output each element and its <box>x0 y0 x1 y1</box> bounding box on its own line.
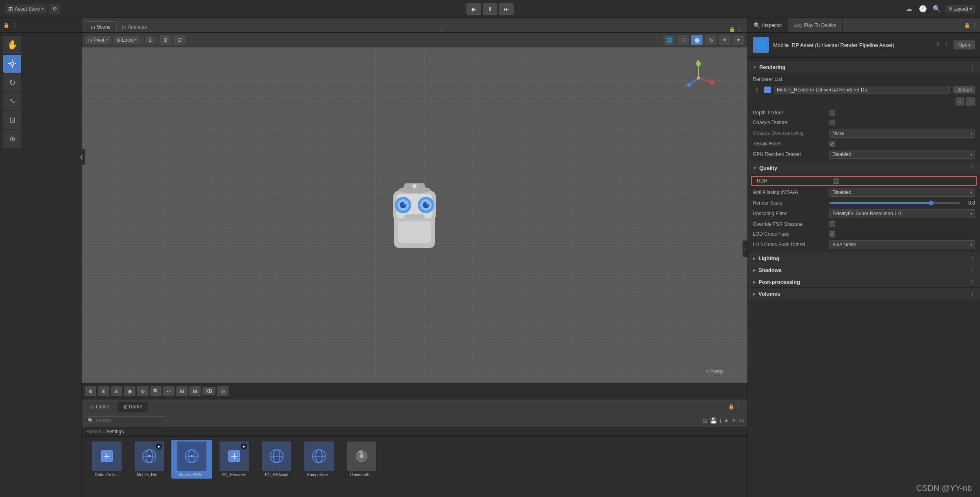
quality-more-icon[interactable]: ⋮ <box>969 165 975 171</box>
more-options-icon[interactable]: ⋮ <box>12 22 18 29</box>
sphere-bottom-button[interactable]: ◉ <box>124 386 135 396</box>
quality-section-header[interactable]: ▼ Quality ⋮ <box>748 162 980 174</box>
play-to-device-tab[interactable]: ◎◎ Play To Device <box>788 18 842 32</box>
expand-right-arrow[interactable]: › <box>743 241 747 257</box>
star-icon[interactable]: ★ <box>724 417 729 424</box>
cube-bottom-button[interactable]: ⊞ <box>189 386 201 396</box>
help-icon[interactable]: ? <box>936 42 940 48</box>
gear-button[interactable]: ⚙ <box>49 4 60 14</box>
cloud-icon[interactable]: ☁ <box>904 4 914 14</box>
nav-bottom-button[interactable]: ◎ <box>217 386 228 396</box>
asset-item[interactable]: Mobile_RPA... <box>171 440 212 479</box>
collapse-left-arrow[interactable]: ❮ <box>78 149 85 165</box>
opaque-texture-checkbox[interactable] <box>829 120 835 125</box>
scene-view[interactable]: y x z <box>82 47 747 383</box>
search-box[interactable]: 🔍 <box>85 416 166 425</box>
terrain-holes-checkbox[interactable] <box>829 141 835 147</box>
asset-item[interactable]: ▶PC_Renderer <box>214 440 255 479</box>
arrows-bottom-button[interactable]: ⇔ <box>163 386 175 396</box>
post-processing-section-header[interactable]: ▶ Post-processing ⋮ <box>748 276 980 288</box>
more-bottom-icon[interactable]: ⋮ <box>736 404 741 410</box>
move-tool-button[interactable] <box>3 55 21 73</box>
pivot-button[interactable]: ◻ Pivot ▾ <box>85 36 111 44</box>
asset-item[interactable]: ▶Mobile_Ren... <box>129 440 170 479</box>
lod-cross-fade-checkbox[interactable] <box>829 231 835 237</box>
move-bottom-button[interactable]: ⊕ <box>85 386 96 396</box>
svg-point-42 <box>191 455 193 457</box>
inspector-tab[interactable]: 🔍 Inspector <box>748 18 788 32</box>
lighting-section-header[interactable]: ▶ Lighting ⋮ <box>748 252 980 264</box>
search-input[interactable] <box>95 418 164 423</box>
layout-button[interactable]: ⊞ Layout ▾ <box>945 5 975 13</box>
animator-tab[interactable]: ▷ Animator <box>117 22 153 32</box>
more-right-icon[interactable]: ⋮ <box>972 22 977 28</box>
render-scale-slider[interactable]: 0.8 <box>829 200 975 206</box>
top-bar-left: ⊞ Asset Store ▾ ⚙ <box>5 4 900 14</box>
rotate-tool-button[interactable]: ↻ <box>3 74 21 91</box>
solid-button[interactable]: ⬤ <box>691 35 703 45</box>
number-button[interactable]: 1 <box>145 36 155 44</box>
hdr-checkbox[interactable] <box>834 178 839 184</box>
transform-all-button[interactable]: ⊕ <box>3 130 21 148</box>
rect-tool-button[interactable]: ⊡ <box>3 111 21 129</box>
add-renderer-button[interactable]: + <box>956 97 964 106</box>
asset-item[interactable]: PC_RPAsset <box>256 440 297 479</box>
pause-button[interactable]: ⏸ <box>483 3 497 15</box>
shadows-section-header[interactable]: ▶ Shadows ⋮ <box>748 264 980 276</box>
axes-gizmo[interactable]: y x z <box>682 60 715 92</box>
scene-tabs-more[interactable]: ⋮ <box>435 27 447 32</box>
grid-toggle-button[interactable]: ⊞ <box>160 35 171 45</box>
info-icon[interactable]: ℹ <box>719 417 721 424</box>
asset-item[interactable]: DefaultVolu... <box>86 440 127 479</box>
svg-rect-31 <box>404 214 425 219</box>
play-button[interactable]: ▶ <box>466 3 481 15</box>
rendering-section-header[interactable]: ▼ Rendering ⋮ <box>748 61 980 73</box>
xb-button[interactable]: XB <box>202 387 215 395</box>
override-fsr-checkbox[interactable] <box>829 221 835 227</box>
upscaling-filter-dropdown[interactable]: FidelityFX Super Resolution 1.0 ▾ <box>829 209 975 218</box>
scale-tool-button[interactable]: ⤡ <box>3 92 21 110</box>
snap2-bottom-button[interactable]: ⊟ <box>176 386 188 396</box>
lod-dithering-dropdown[interactable]: Blue Noise ▾ <box>829 240 975 249</box>
rendering-more-icon[interactable]: ⋮ <box>969 64 975 70</box>
anti-aliasing-dropdown[interactable]: Disabled ▾ <box>829 188 975 197</box>
snap-button[interactable]: ⊟ <box>174 35 185 45</box>
effects-button[interactable]: ✦ <box>719 35 730 45</box>
rendering-arrow-icon: ▼ <box>753 65 757 69</box>
remove-renderer-button[interactable]: − <box>966 97 975 106</box>
gpu-resident-drawer-dropdown[interactable]: Disabled ▾ <box>829 150 975 159</box>
globe-view-button[interactable]: 🌐 <box>663 35 675 45</box>
asset-store-button[interactable]: ⊞ Asset Store ▾ <box>5 4 47 13</box>
volumes-more-icon[interactable]: ⋮ <box>969 290 975 297</box>
more-scene-icon[interactable]: ⋮ <box>737 27 742 32</box>
open-button[interactable]: Open <box>953 40 975 49</box>
wireframe-button[interactable]: ◎ <box>705 35 716 45</box>
animation-tab[interactable]: ▷ nation <box>85 401 115 412</box>
hand-tool-button[interactable]: ✋ <box>3 36 21 54</box>
rect-bottom-button[interactable]: ⊞ <box>98 386 109 396</box>
asset-item[interactable]: SampleSce... <box>299 440 339 479</box>
slider-thumb[interactable] <box>929 201 933 205</box>
opaque-downsampling-dropdown[interactable]: None ▾ <box>829 129 975 138</box>
save-icon[interactable]: 💾 <box>710 417 717 424</box>
local-button[interactable]: ⊕ Local ▾ <box>113 36 140 44</box>
post-processing-more-icon[interactable]: ⋮ <box>969 279 975 285</box>
dropdown-button[interactable]: ▾ <box>733 35 744 45</box>
step-button[interactable]: ⏭ <box>499 3 514 15</box>
lighting-arrow-icon: ▶ <box>753 256 756 261</box>
depth-texture-checkbox[interactable] <box>829 110 835 116</box>
brush-bottom-button[interactable]: ⊛ <box>137 386 149 396</box>
asset-item[interactable]: UniversalR... <box>341 440 382 479</box>
history-icon[interactable]: 🕐 <box>918 4 928 14</box>
search-bottom-button[interactable]: 🔍 <box>150 386 162 396</box>
volumes-section-header[interactable]: ▶ Volumes ⋮ <box>748 288 980 299</box>
lighting-more-icon[interactable]: ⋮ <box>969 255 975 261</box>
scene-tab[interactable]: ◻ Scene <box>85 21 117 32</box>
shadows-more-icon[interactable]: ⋮ <box>969 267 975 273</box>
shader-button[interactable]: ☽ <box>677 35 689 45</box>
search-icon[interactable]: 🔍 <box>931 4 942 14</box>
grid-bottom-button[interactable]: ⊟ <box>111 386 122 396</box>
game-tab[interactable]: ◎ Game <box>118 401 148 412</box>
grid-view-icon[interactable]: ⊞ <box>703 417 707 424</box>
more-asset-icon[interactable]: ⋮ <box>944 42 949 48</box>
